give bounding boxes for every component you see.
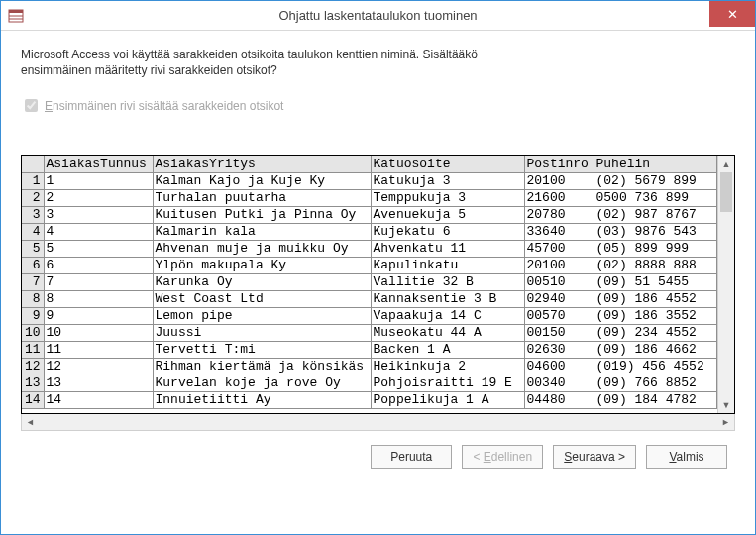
col-header[interactable]: AsiakasTunnus: [44, 156, 153, 172]
cell-phone: (02) 987 8767: [594, 206, 717, 223]
cell-address: Avenuekuja 5: [371, 206, 524, 223]
cell-zip: 20100: [524, 172, 594, 189]
wizard-buttons: Peruuta < Edellinen Seuraava > Valmis: [21, 431, 735, 469]
cell-address: Kujekatu 6: [371, 223, 524, 240]
row-number: 8: [22, 290, 44, 307]
table-row: 1313Kurvelan koje ja rove OyPohjoisraitt…: [22, 374, 717, 391]
cell-zip: 00340: [524, 374, 594, 391]
cell-company: Kalman Kajo ja Kuje Ky: [153, 172, 371, 189]
cell-phone: (09) 234 4552: [594, 324, 717, 341]
scroll-thumb[interactable]: [720, 172, 732, 212]
cell-phone: (02) 8888 888: [594, 257, 717, 273]
table-row: 22Turhalan puutarhaTemppukuja 3216000500…: [22, 189, 717, 206]
cell-company: Innuietiitti Ay: [153, 391, 371, 408]
cell-company: Rihman kiertämä ja könsikäs: [153, 358, 371, 374]
cell-company: Turhalan puutarha: [153, 189, 371, 206]
next-button[interactable]: Seuraava >: [553, 445, 636, 469]
cell-id: 9: [44, 307, 153, 324]
cell-id: 5: [44, 240, 153, 257]
cell-company: Kurvelan koje ja rove Oy: [153, 374, 371, 391]
first-row-headers-check[interactable]: Ensimmäinen rivi sisältää sarakkeiden ot…: [21, 96, 735, 115]
table-row: 88West Coast LtdKannaksentie 3 B02940(09…: [22, 290, 717, 307]
cell-zip: 04600: [524, 358, 594, 374]
first-row-headers-label: Ensimmäinen rivi sisältää sarakkeiden ot…: [45, 99, 283, 113]
cell-address: Backen 1 A: [371, 341, 524, 358]
cell-zip: 20100: [524, 257, 594, 273]
cell-address: Kapulinkatu: [371, 257, 524, 273]
cell-address: Kannaksentie 3 B: [371, 290, 524, 307]
horizontal-scrollbar[interactable]: ◄ ►: [21, 414, 735, 431]
table-row: 44Kalmarin kalaKujekatu 633640(03) 9876 …: [22, 223, 717, 240]
col-header[interactable]: Katuosoite: [371, 156, 524, 172]
cell-phone: (02) 5679 899: [594, 172, 717, 189]
cell-address: Vallitie 32 B: [371, 273, 524, 290]
cell-id: 11: [44, 341, 153, 358]
cell-zip: 00570: [524, 307, 594, 324]
cancel-button[interactable]: Peruuta: [371, 445, 452, 469]
scroll-up-icon[interactable]: ▲: [718, 156, 734, 172]
table-row: 77Karunka OyVallitie 32 B00510(09) 51 54…: [22, 273, 717, 290]
finish-button[interactable]: Valmis: [646, 445, 727, 469]
table-row: 99Lemon pipeVapaakuja 14 C00570(09) 186 …: [22, 307, 717, 324]
table-row: 1414Innuietiitti AyPoppelikuja 1 A04480(…: [22, 391, 717, 408]
row-number: 10: [22, 324, 44, 341]
cell-id: 1: [44, 172, 153, 189]
scroll-left-icon[interactable]: ◄: [22, 414, 39, 430]
cell-address: Museokatu 44 A: [371, 324, 524, 341]
cell-address: Heikinkuja 2: [371, 358, 524, 374]
close-button[interactable]: ✕: [709, 1, 755, 27]
row-number: 11: [22, 341, 44, 358]
table-row: 33Kuitusen Putki ja Pinna OyAvenuekuja 5…: [22, 206, 717, 223]
cell-phone: (09) 766 8852: [594, 374, 717, 391]
cell-company: Karunka Oy: [153, 273, 371, 290]
table-row: 55Ahvenan muje ja muikku OyAhvenkatu 114…: [22, 240, 717, 257]
row-number: 5: [22, 240, 44, 257]
col-header[interactable]: Postinro: [524, 156, 594, 172]
cell-phone: (03) 9876 543: [594, 223, 717, 240]
cell-id: 12: [44, 358, 153, 374]
row-number: 4: [22, 223, 44, 240]
scroll-down-icon[interactable]: ▼: [718, 396, 734, 413]
cell-zip: 02940: [524, 290, 594, 307]
row-number: 2: [22, 189, 44, 206]
table-row: 1010JuussiMuseokatu 44 A00150(09) 234 45…: [22, 324, 717, 341]
cell-address: Ahvenkatu 11: [371, 240, 524, 257]
preview-table: AsiakasTunnus AsiakasYritys Katuosoite P…: [22, 156, 717, 409]
cell-id: 7: [44, 273, 153, 290]
row-number: 6: [22, 257, 44, 273]
cell-phone: (05) 899 999: [594, 240, 717, 257]
rownum-header: [22, 156, 44, 172]
cell-id: 13: [44, 374, 153, 391]
cell-phone: (09) 186 4552: [594, 290, 717, 307]
table-row: 1111Tervetti T:miBacken 1 A02630(09) 186…: [22, 341, 717, 358]
table-row: 66Ylpön makupala KyKapulinkatu20100(02) …: [22, 257, 717, 273]
cell-company: Tervetti T:mi: [153, 341, 371, 358]
row-number: 9: [22, 307, 44, 324]
cell-zip: 00150: [524, 324, 594, 341]
previous-button: < Edellinen: [462, 445, 543, 469]
cell-address: Poppelikuja 1 A: [371, 391, 524, 408]
app-icon: [5, 5, 27, 27]
intro-text: Microsoft Access voi käyttää sarakkeiden…: [21, 47, 735, 78]
svg-rect-1: [9, 10, 23, 13]
cell-phone: (09) 186 3552: [594, 307, 717, 324]
cell-company: Kalmarin kala: [153, 223, 371, 240]
cell-zip: 04480: [524, 391, 594, 408]
scroll-right-icon[interactable]: ►: [717, 414, 734, 430]
cell-company: Kuitusen Putki ja Pinna Oy: [153, 206, 371, 223]
cell-company: Juussi: [153, 324, 371, 341]
cell-zip: 02630: [524, 341, 594, 358]
cell-id: 4: [44, 223, 153, 240]
cell-phone: 0500 736 899: [594, 189, 717, 206]
preview-grid: AsiakasTunnus AsiakasYritys Katuosoite P…: [21, 155, 735, 414]
cell-id: 8: [44, 290, 153, 307]
col-header[interactable]: AsiakasYritys: [153, 156, 371, 172]
window-title: Ohjattu laskentataulukon tuominen: [1, 8, 755, 23]
row-number: 14: [22, 391, 44, 408]
vertical-scrollbar[interactable]: ▲ ▼: [717, 156, 734, 413]
titlebar: Ohjattu laskentataulukon tuominen ✕: [1, 1, 755, 31]
cell-zip: 00510: [524, 273, 594, 290]
first-row-headers-checkbox[interactable]: [25, 99, 38, 112]
cell-id: 10: [44, 324, 153, 341]
col-header[interactable]: Puhelin: [594, 156, 717, 172]
